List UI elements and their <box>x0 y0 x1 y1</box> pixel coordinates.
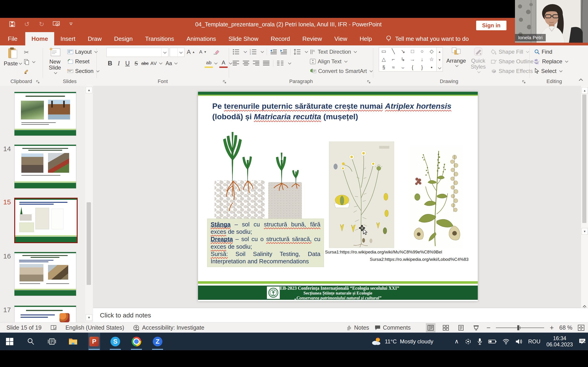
underline-button[interactable]: U <box>123 58 132 68</box>
paragraph-dialog-launcher[interactable] <box>367 80 371 84</box>
volume-icon[interactable] <box>515 339 522 344</box>
slide-show-button[interactable] <box>471 323 481 332</box>
orache-botanical-plate[interactable] <box>409 145 463 248</box>
presenter-webcam-overlay[interactable]: Ionela Petri <box>515 0 588 43</box>
slide-sorter-view-button[interactable] <box>441 323 451 332</box>
slide-canvas[interactable]: Pe terenurile puternic sărăturate crește… <box>198 92 478 301</box>
tab-review[interactable]: Review <box>296 32 328 45</box>
tab-insert[interactable]: Insert <box>54 32 82 45</box>
layout-button[interactable]: Layout <box>67 47 97 56</box>
shape-icon[interactable]: § <box>382 65 385 70</box>
shape-icon[interactable]: } <box>421 65 423 70</box>
numbering-button[interactable]: 123 <box>250 49 257 55</box>
shape-icon[interactable]: { <box>412 65 413 70</box>
gallery-down-icon[interactable]: ▼ <box>438 58 441 62</box>
shape-icon[interactable]: △ <box>382 56 386 62</box>
tab-design[interactable]: Design <box>108 32 139 45</box>
tab-record[interactable]: Record <box>265 32 296 45</box>
start-slideshow-icon[interactable] <box>52 20 60 28</box>
zoom-slider[interactable] <box>496 325 544 331</box>
font-size-dropdown-icon[interactable] <box>178 48 184 57</box>
shape-icon[interactable]: • <box>431 65 432 70</box>
taskbar-search-button[interactable] <box>25 333 37 350</box>
zoom-in-button[interactable]: + <box>550 324 554 332</box>
bold-button[interactable]: B <box>106 58 114 68</box>
skype-taskbar-icon[interactable]: S <box>109 333 121 350</box>
justify-button[interactable] <box>263 60 269 66</box>
fit-slide-button[interactable] <box>578 325 584 331</box>
clock[interactable]: 16:34 06.04.2023 <box>546 335 573 348</box>
cut-button[interactable]: ✂ <box>24 48 29 57</box>
new-slide-button[interactable]: New Slide <box>46 47 64 74</box>
accessibility-status[interactable]: Accessibility: Investigate <box>142 324 204 331</box>
highlight-color-button[interactable]: ab <box>205 59 213 68</box>
line-spacing-button[interactable] <box>294 49 301 55</box>
editor-scroll-down-button[interactable]: ▼ <box>582 228 588 235</box>
spell-check-icon[interactable] <box>50 325 57 331</box>
bullets-button[interactable] <box>233 49 240 55</box>
text-direction-button[interactable]: A Text Direction <box>310 47 356 56</box>
language-indicator[interactable]: English (United States) <box>65 324 124 331</box>
zoom-out-button[interactable]: − <box>486 324 491 332</box>
tab-animations[interactable]: Animations <box>180 32 222 45</box>
chrome-taskbar-icon[interactable] <box>130 333 142 350</box>
font-dialog-launcher[interactable] <box>223 80 226 84</box>
shrink-font-button[interactable]: A▼ <box>199 47 207 56</box>
shape-icon[interactable]: ↳ <box>401 56 405 62</box>
reading-view-button[interactable] <box>456 323 466 332</box>
keyboard-language[interactable]: ROU <box>528 338 540 345</box>
shape-icon[interactable]: ↓ <box>421 56 423 62</box>
reset-button[interactable]: Reset <box>67 57 90 66</box>
convert-smartart-button[interactable]: Convert to SmartArt <box>310 67 372 76</box>
arrange-button[interactable]: Arrange <box>446 47 466 67</box>
shape-icon[interactable]: ▭ <box>381 48 386 54</box>
shape-icon[interactable]: ≈ <box>392 65 395 70</box>
shape-icon[interactable]: ☆ <box>429 56 434 62</box>
sign-in-button[interactable]: Sign in <box>476 21 506 30</box>
zoom-taskbar-icon[interactable]: Z <box>152 333 164 350</box>
slide-thumbnail-15-selected[interactable] <box>14 198 78 243</box>
task-view-button[interactable] <box>46 333 58 350</box>
shape-icon[interactable]: → <box>410 56 415 62</box>
slide-thumbnail-14[interactable] <box>14 144 76 189</box>
shape-icon[interactable]: ↘ <box>401 48 405 54</box>
tab-home[interactable]: Home <box>25 32 54 45</box>
shape-fill-button[interactable]: Shape Fill <box>491 47 529 56</box>
paste-button[interactable]: Paste <box>4 47 21 67</box>
quick-styles-button[interactable]: Quick Styles <box>468 47 489 73</box>
slide-title[interactable]: Pe terenurile puternic sărăturate crește… <box>212 101 461 122</box>
comments-button[interactable]: Comments <box>375 324 411 331</box>
tab-draw[interactable]: Draw <box>82 32 108 45</box>
tab-file[interactable]: File <box>0 32 25 45</box>
thumb-scroll-up-button[interactable]: ▲ <box>86 87 92 93</box>
shapes-gallery-scroll[interactable]: ▲ ▼ <box>437 47 443 72</box>
font-name-dropdown-icon[interactable] <box>162 48 168 57</box>
thumbnail-scrollbar[interactable]: ▲ ▼ <box>85 86 93 322</box>
wifi-icon[interactable] <box>502 339 510 344</box>
strikethrough-button[interactable]: S <box>132 58 140 68</box>
notes-pane[interactable]: Click to add notes <box>93 308 588 323</box>
find-button[interactable]: Find <box>534 47 552 56</box>
copy-button[interactable] <box>24 57 35 67</box>
change-case-button[interactable]: Aa <box>165 58 173 68</box>
shape-icon[interactable]: ╲ <box>392 48 395 54</box>
save-icon[interactable] <box>8 20 16 28</box>
font-color-button[interactable]: A <box>219 59 228 68</box>
tab-transitions[interactable]: Transitions <box>139 32 180 45</box>
align-center-button[interactable] <box>243 60 249 66</box>
action-center-icon[interactable] <box>579 338 586 345</box>
editor-scroll-up-button[interactable]: ▲ <box>582 87 588 94</box>
meet-now-icon[interactable] <box>465 338 471 345</box>
replace-button[interactable]: abac Replace <box>534 57 568 66</box>
editor-scrollbar-thumb[interactable] <box>582 94 586 223</box>
decrease-indent-button[interactable] <box>270 49 277 55</box>
zoom-slider-thumb[interactable] <box>517 325 519 330</box>
soil-comparison-illustration[interactable] <box>213 126 303 223</box>
notes-toggle-button[interactable]: Notes <box>346 324 369 331</box>
shape-icon[interactable]: ○ <box>421 48 424 54</box>
collapse-ribbon-button[interactable] <box>578 77 584 82</box>
gallery-more-icon[interactable] <box>438 66 441 69</box>
columns-button[interactable] <box>277 60 284 66</box>
thumb-scroll-down-button[interactable]: ▼ <box>86 314 92 321</box>
clipboard-dialog-launcher[interactable] <box>36 80 40 84</box>
